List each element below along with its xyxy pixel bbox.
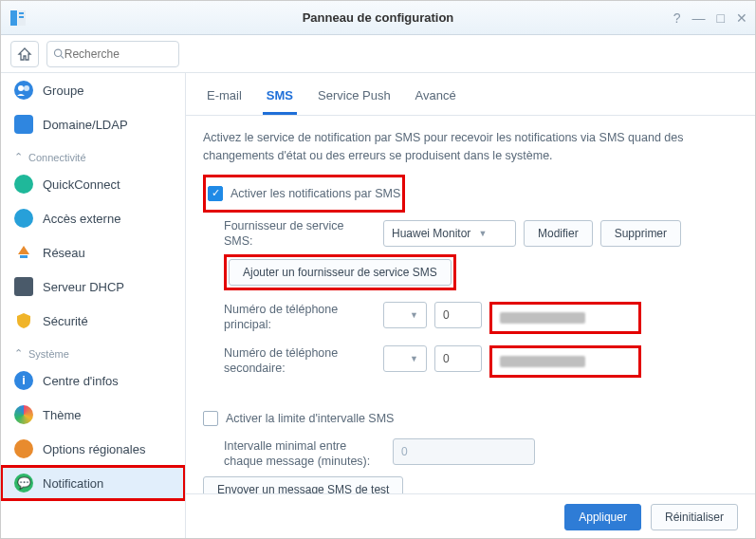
svg-rect-3 — [19, 16, 24, 18]
search-icon — [53, 47, 65, 60]
primary-phone-input[interactable] — [494, 307, 636, 329]
tab-sms[interactable]: SMS — [263, 83, 297, 115]
sidebar-section-system[interactable]: ⌃ Système — [1, 338, 185, 363]
chevron-up-icon: ⌃ — [14, 347, 23, 360]
tab-bar: E-mail SMS Service Push Avancé — [186, 73, 755, 116]
main-panel: E-mail SMS Service Push Avancé Activez l… — [186, 73, 755, 539]
sidebar-item-label: QuickConnect — [43, 177, 120, 192]
external-access-icon — [14, 209, 33, 228]
add-provider-button[interactable]: Ajouter un fournisseur de service SMS — [229, 259, 452, 286]
chevron-down-icon: ▼ — [478, 229, 487, 238]
redacted-text — [500, 356, 585, 367]
sidebar-item-dhcp[interactable]: Serveur DHCP — [1, 270, 185, 304]
close-icon[interactable]: ✕ — [736, 10, 747, 26]
sidebar-item-domain-ldap[interactable]: Domaine/LDAP — [1, 107, 185, 141]
sidebar: Groupe Domaine/LDAP ⌃ Connectivité Quick… — [1, 73, 186, 539]
sidebar-item-label: Domaine/LDAP — [43, 118, 128, 132]
svg-point-6 — [18, 85, 24, 91]
info-icon: i — [14, 371, 33, 390]
sidebar-item-label: Centre d'infos — [43, 374, 119, 388]
tab-push[interactable]: Service Push — [314, 83, 395, 115]
svg-rect-2 — [19, 12, 24, 14]
svg-rect-0 — [10, 10, 17, 26]
interval-label: Intervalle minimal entre chaque message … — [224, 438, 385, 470]
window-title: Panneau de configuration — [1, 10, 755, 25]
secondary-phone-label: Numéro de téléphone secondaire: — [224, 345, 376, 377]
shield-icon — [14, 311, 33, 330]
sidebar-item-label: Accès externe — [43, 212, 120, 226]
group-icon — [14, 81, 33, 100]
globe-icon — [14, 439, 33, 458]
help-icon[interactable]: ? — [673, 10, 681, 26]
redacted-text — [500, 312, 585, 324]
sidebar-item-external-access[interactable]: Accès externe — [1, 201, 185, 235]
maximize-icon[interactable]: □ — [717, 10, 725, 26]
svg-point-7 — [24, 85, 29, 91]
sidebar-item-theme[interactable]: Thème — [1, 398, 185, 432]
search-field[interactable] — [46, 41, 179, 67]
sidebar-item-label: Options régionales — [43, 442, 145, 456]
minimize-icon[interactable]: — — [692, 10, 706, 26]
interval-enable-label: Activer la limite d'intervalle SMS — [226, 412, 394, 425]
app-icon — [9, 9, 28, 28]
svg-rect-8 — [20, 255, 28, 258]
home-button[interactable] — [10, 41, 39, 67]
provider-select[interactable]: Huawei Monitor ▼ — [383, 220, 516, 247]
enable-sms-row[interactable]: ✓ Activer les notifications par SMS — [208, 179, 400, 208]
quickconnect-icon — [14, 175, 33, 194]
sidebar-item-label: Groupe — [43, 84, 83, 98]
sidebar-item-label: Serveur DHCP — [43, 280, 124, 294]
toolbar — [1, 35, 755, 73]
sidebar-item-info-center[interactable]: i Centre d'infos — [1, 363, 185, 398]
interval-checkbox[interactable] — [203, 411, 218, 426]
chevron-down-icon: ▼ — [410, 354, 418, 363]
sidebar-item-label: Thème — [43, 408, 81, 422]
provider-label: Fournisseur de service SMS: — [224, 218, 376, 250]
svg-point-4 — [54, 49, 61, 56]
enable-sms-label: Activer les notifications par SMS — [230, 187, 400, 200]
secondary-phone-input[interactable] — [494, 350, 636, 373]
secondary-dial-input[interactable] — [434, 345, 482, 372]
chevron-down-icon: ▼ — [410, 310, 418, 320]
dhcp-icon — [14, 277, 33, 296]
reset-button[interactable]: Réinitialiser — [651, 504, 738, 530]
sidebar-item-notification[interactable]: 💬 Notification — [1, 466, 185, 500]
footer: Appliquer Réinitialiser — [186, 493, 755, 539]
secondary-country-select[interactable]: ▼ — [383, 345, 427, 372]
sidebar-item-quickconnect[interactable]: QuickConnect — [1, 167, 185, 201]
sidebar-item-network[interactable]: Réseau — [1, 235, 185, 270]
titlebar: Panneau de configuration ? — □ ✕ — [1, 1, 755, 35]
tab-advanced[interactable]: Avancé — [412, 83, 460, 115]
domain-icon — [14, 115, 33, 134]
notification-icon: 💬 — [14, 474, 33, 493]
tab-email[interactable]: E-mail — [203, 83, 246, 115]
interval-input — [393, 438, 535, 465]
sms-description: Activez le service de notification par S… — [203, 129, 738, 165]
sidebar-item-label: Notification — [43, 476, 103, 491]
enable-sms-checkbox[interactable]: ✓ — [208, 186, 223, 201]
apply-button[interactable]: Appliquer — [564, 504, 641, 530]
sidebar-section-connectivity[interactable]: ⌃ Connectivité — [1, 141, 185, 167]
svg-line-5 — [61, 56, 64, 59]
search-input[interactable] — [65, 47, 173, 61]
delete-button[interactable]: Supprimer — [600, 220, 681, 247]
chevron-up-icon: ⌃ — [14, 151, 23, 163]
send-test-sms-button[interactable]: Envoyer un message SMS de test — [203, 476, 403, 494]
sidebar-item-security[interactable]: Sécurité — [1, 304, 185, 338]
sidebar-item-regional[interactable]: Options régionales — [1, 432, 185, 466]
primary-country-select[interactable]: ▼ — [383, 302, 427, 328]
primary-phone-label: Numéro de téléphone principal: — [224, 302, 376, 333]
primary-dial-input[interactable] — [434, 302, 482, 328]
interval-enable-row[interactable]: Activer la limite d'intervalle SMS — [203, 404, 738, 433]
theme-icon — [14, 405, 33, 424]
tab-content: Activez le service de notification par S… — [186, 116, 755, 493]
network-icon — [14, 243, 33, 262]
sidebar-item-label: Sécurité — [43, 314, 88, 328]
sidebar-item-group[interactable]: Groupe — [1, 73, 185, 107]
modify-button[interactable]: Modifier — [524, 220, 593, 247]
sidebar-item-label: Réseau — [43, 246, 85, 260]
